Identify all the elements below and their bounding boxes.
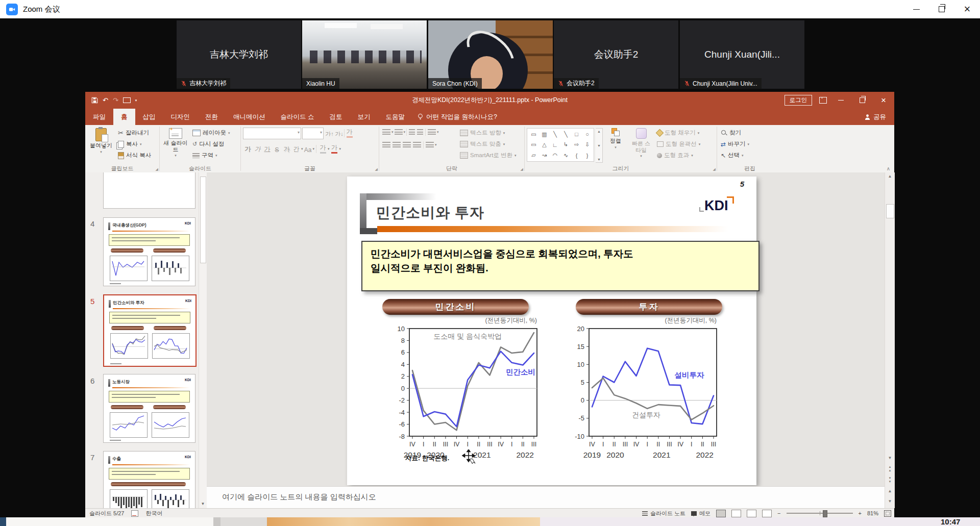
text-direction-button[interactable]: 텍스트 방향▾ — [458, 128, 518, 138]
bullets-icon[interactable] — [382, 129, 390, 135]
tab-home[interactable]: 홈 — [113, 109, 135, 125]
bold-button[interactable] — [243, 144, 253, 154]
tab-insert[interactable]: 삽입 — [135, 109, 163, 125]
slide-scrollbar[interactable]: ▲ ▼ ▲▲ ▼▼ — [885, 172, 895, 486]
participant-tile[interactable]: 吉林大学刘祁 吉林大学刘祁 — [177, 20, 301, 89]
notes-pane[interactable]: 여기에 슬라이드 노트의 내용을 입력하십시오 — [207, 486, 885, 509]
font-dialog-launcher[interactable]: ◢ — [375, 167, 378, 171]
comments-toggle-button[interactable]: 메모 — [691, 510, 710, 517]
section-button[interactable]: 구역▾ — [191, 150, 232, 161]
scroll-up-icon[interactable]: ▲ — [885, 172, 895, 181]
slide-editing-area[interactable]: 5 민간소비와 투자 KDI 민간소비가 대면서비스업을 중심으로 회복되었으며… — [347, 177, 756, 485]
ppt-restore-button[interactable] — [851, 92, 873, 109]
change-case-button[interactable] — [303, 144, 313, 154]
tab-view[interactable]: 보기 — [350, 109, 378, 125]
quick-styles-button[interactable]: 빠른 스타일▾ — [628, 127, 654, 158]
align-center-icon[interactable] — [393, 142, 401, 148]
thumbnail-scroll-down-icon[interactable]: ▼ — [199, 499, 207, 509]
slide-sorter-view-button[interactable] — [731, 510, 741, 517]
strikethrough-button[interactable] — [272, 144, 282, 154]
thumbnail-slide-3-partial[interactable] — [103, 172, 195, 209]
thumbnail-scrollbar[interactable]: ▼ — [199, 172, 207, 510]
align-text-button[interactable]: 텍스트 맞춤▾ — [458, 139, 518, 149]
shape-gallery[interactable] — [527, 128, 594, 162]
notes-scrollbar[interactable]: ▲ ▼ — [885, 486, 895, 508]
shape-outline-button[interactable]: 도형 윤곽선▾ — [655, 139, 702, 149]
paragraph-dialog-launcher[interactable]: ◢ — [521, 167, 523, 171]
collapse-ribbon-icon[interactable]: ∧ — [887, 166, 890, 171]
next-slide-button[interactable]: ▼▼ — [885, 475, 895, 485]
zoom-slider-thumb[interactable] — [823, 510, 827, 517]
shape-gallery-scrollbar[interactable]: ▲▼▼ — [596, 128, 603, 163]
font-color-button[interactable] — [330, 144, 339, 154]
grow-font-button[interactable] — [325, 128, 334, 138]
language-indicator[interactable]: 한국어 — [145, 510, 162, 517]
tab-help[interactable]: 도움말 — [378, 109, 412, 125]
convert-smartart-button[interactable]: SmartArt로 변환▾ — [458, 150, 518, 161]
participant-tile-active-speaker[interactable]: Xiaolin HU — [302, 20, 427, 89]
numbering-icon[interactable] — [395, 129, 403, 135]
scroll-down-icon[interactable]: ▼ — [885, 454, 895, 462]
replace-button[interactable]: 바꾸기▾ — [719, 139, 751, 149]
normal-view-button[interactable] — [716, 510, 726, 517]
select-button[interactable]: 선택▾ — [719, 150, 751, 161]
previous-slide-button[interactable]: ▲▲ — [885, 464, 895, 474]
tab-animations[interactable]: 애니메이션 — [226, 109, 273, 125]
highlight-color-button[interactable] — [318, 144, 328, 154]
thumbnail-scrollbar-thumb[interactable] — [200, 177, 206, 263]
spell-check-icon[interactable] — [131, 510, 138, 517]
thumbnail-slide-6[interactable]: 노동시장 KDI — [103, 374, 195, 443]
zoom-minimize-button[interactable] — [903, 0, 929, 18]
underline-button[interactable] — [262, 144, 272, 154]
share-button[interactable]: 공유 — [864, 109, 886, 125]
fit-to-window-icon[interactable] — [884, 510, 891, 517]
decrease-indent-icon[interactable] — [409, 129, 415, 135]
clear-formatting-button[interactable] — [345, 128, 354, 138]
shape-fill-button[interactable]: 도형 채우기▾ — [655, 128, 702, 138]
copy-button[interactable]: 복사▾ — [116, 139, 153, 149]
drawing-dialog-launcher[interactable]: ◢ — [713, 167, 716, 171]
notes-scroll-down-icon[interactable]: ▼ — [885, 497, 895, 506]
participant-tile[interactable]: Chunji Xuan(Jili... Chunji Xuan(Jilin Un… — [680, 20, 804, 89]
tab-slideshow[interactable]: 슬라이드 쇼 — [273, 109, 322, 125]
zoom-out-button[interactable]: − — [777, 510, 780, 516]
paste-button[interactable]: 붙여넣기▾ — [87, 127, 115, 154]
slideshow-from-start-icon[interactable] — [123, 97, 131, 103]
participant-tile[interactable]: 会议助手2 会议助手2 — [554, 20, 678, 89]
tab-transitions[interactable]: 전환 — [198, 109, 226, 125]
slideshow-view-button[interactable] — [762, 510, 772, 517]
text-shadow-button[interactable] — [282, 144, 291, 154]
zoom-in-button[interactable]: + — [859, 510, 862, 516]
zoom-maximize-button[interactable] — [929, 0, 954, 18]
find-button[interactable]: 찾기 — [719, 128, 751, 138]
tab-review[interactable]: 검토 — [322, 109, 350, 125]
redo-icon[interactable]: ↷ — [113, 96, 118, 104]
zoom-slider[interactable] — [787, 513, 853, 514]
arrange-button[interactable]: 정렬▾ — [604, 127, 627, 149]
new-slide-button[interactable]: 새 슬라이드▾ — [162, 127, 189, 158]
format-painter-button[interactable]: 서식 복사 — [116, 150, 153, 161]
layout-button[interactable]: 레이아웃▾ — [191, 128, 232, 138]
cut-button[interactable]: 잘라내기 — [116, 128, 153, 138]
zoom-percent[interactable]: 81% — [867, 510, 878, 516]
reading-view-button[interactable] — [747, 510, 756, 517]
font-size-combobox[interactable] — [302, 128, 324, 139]
thumbnail-slide-5-selected[interactable]: 민간소비와 투자 KDI — [103, 294, 197, 367]
tab-file[interactable]: 파일 — [85, 109, 113, 125]
login-button[interactable]: 로그인 — [785, 95, 813, 106]
reset-button[interactable]: 다시 설정 — [191, 139, 232, 149]
align-left-icon[interactable] — [382, 142, 390, 148]
shape-effects-button[interactable]: 도형 효과▾ — [655, 150, 702, 161]
line-spacing-icon[interactable] — [428, 129, 436, 135]
align-right-icon[interactable] — [403, 142, 411, 148]
save-icon[interactable] — [91, 97, 98, 104]
justify-icon[interactable] — [413, 142, 421, 148]
clipboard-dialog-launcher[interactable]: ◢ — [156, 167, 158, 171]
qat-customize-icon[interactable]: ▾ — [135, 98, 137, 103]
ribbon-display-options-icon[interactable] — [819, 97, 827, 104]
font-name-combobox[interactable] — [243, 128, 301, 139]
character-spacing-button[interactable] — [291, 144, 301, 154]
ppt-close-button[interactable]: × — [873, 92, 894, 109]
ppt-minimize-button[interactable] — [830, 92, 851, 109]
notes-toggle-button[interactable]: 슬라이드 노트 — [642, 510, 685, 517]
